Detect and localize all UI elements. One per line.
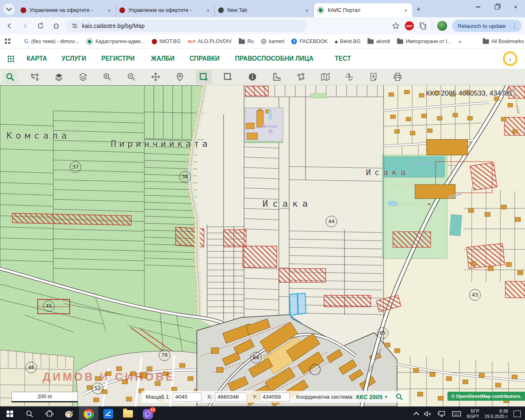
osm-attribution[interactable]: © OpenStreetMap contributors. [447, 392, 525, 401]
clock[interactable]: 8:36 29.9.2025 г. [484, 409, 508, 419]
back-button[interactable] [3, 20, 16, 32]
profile-avatar[interactable] [437, 21, 447, 31]
relaunch-update-button[interactable]: Relaunch to update ⋮ [452, 20, 522, 32]
tab-close-icon[interactable]: × [205, 7, 211, 14]
network-icon[interactable] [437, 410, 446, 418]
file-explorer-button[interactable] [118, 406, 138, 420]
task-view-button[interactable] [39, 406, 59, 420]
facebook-icon: f [291, 39, 297, 44]
url-text[interactable]: kais.cadastre.bg/bg/Map [82, 23, 145, 29]
download-indicator[interactable]: ↓ [503, 51, 518, 66]
select-rect-remove-tool-button[interactable] [220, 70, 236, 84]
menu-karta[interactable]: КАРТА [27, 55, 47, 62]
tray-expand-icon[interactable] [413, 411, 419, 417]
map-viewport[interactable]: ККС 2005 4660533, 434781 Комсала Пиринчи… [0, 85, 525, 406]
coordinates-tool-button[interactable] [341, 70, 357, 84]
search-tool-button[interactable] [2, 70, 18, 84]
scan-app-button[interactable] [98, 406, 118, 420]
coords-search-icon[interactable] [395, 393, 404, 401]
volume-muted-icon[interactable] [424, 410, 432, 418]
pan-tool-button[interactable] [148, 70, 163, 84]
bookmark-item[interactable]: Кадастрално-адми... [86, 38, 145, 45]
home-button[interactable] [50, 20, 62, 32]
all-bookmarks-button[interactable]: All Bookmarks [483, 39, 524, 44]
base-layers-tool-button[interactable] [51, 70, 66, 84]
tab-close-icon[interactable]: × [304, 7, 310, 14]
layers-tool-button[interactable] [75, 70, 91, 84]
scale-input[interactable] [173, 393, 201, 402]
zoom-in-tool-button[interactable] [99, 70, 115, 84]
minimize-button[interactable] [468, 0, 487, 14]
menu-spravki[interactable]: СПРАВКИ [189, 55, 219, 63]
bookmark-label: (без тема) - dimovi... [31, 39, 79, 44]
folder-icon [397, 39, 403, 44]
forward-button[interactable] [19, 20, 31, 32]
zoom-out-tool-button[interactable] [123, 70, 139, 84]
tab-close-icon[interactable]: × [402, 7, 409, 14]
tab-favicon [21, 7, 26, 13]
measure-length-tool-button[interactable] [269, 70, 284, 84]
tab-favicon [119, 7, 125, 13]
close-button[interactable]: × [506, 0, 525, 14]
paint-app-button[interactable] [59, 406, 79, 420]
new-tab-button[interactable]: + [412, 5, 427, 17]
menu-test[interactable]: ТЕСТ [335, 55, 351, 63]
folder-icon [483, 39, 489, 44]
lang-top: БГР [467, 409, 479, 414]
tab-title: Управление на офертите - [30, 7, 106, 13]
omnibox[interactable]: kais.cadastre.bg/bg/Map [66, 20, 307, 32]
select-rect-add-tool-button[interactable] [196, 70, 212, 84]
browser-toolbar: kais.cadastre.bg/bg/Map ABP Relaunch to … [0, 17, 525, 34]
tab-offers-2[interactable]: Управление на офертите - × [116, 3, 215, 17]
bookmark-item[interactable]: fFACEBOOK [291, 39, 328, 44]
tab-close-icon[interactable]: × [106, 7, 112, 14]
menu-pravosposobni[interactable]: ПРАВОСПОСОБНИ ЛИЦА [235, 55, 313, 63]
bookmark-item[interactable]: akordi [368, 39, 390, 44]
bookmark-star-icon[interactable] [392, 22, 400, 30]
kais-icon [86, 38, 93, 45]
language-indicator[interactable]: БГР BGPT [467, 409, 479, 419]
print-tool-button[interactable] [390, 70, 405, 84]
crs-dropdown-icon[interactable]: ▾ [385, 394, 388, 399]
browser-menu-icon[interactable]: ⋮ [510, 22, 519, 30]
export-page-icon [369, 72, 378, 82]
bookmark-item[interactable]: G(без тема) - dimovi... [24, 38, 79, 45]
apps-grid-icon[interactable] [5, 39, 10, 44]
taskbar-search-button[interactable] [20, 406, 39, 420]
menu-uslugi[interactable]: УСЛУГИ [62, 55, 86, 63]
maximize-button[interactable] [487, 0, 506, 14]
reload-button[interactable] [34, 20, 47, 32]
bookmark-item[interactable]: ALOALO.PLOVDIV [187, 39, 232, 44]
tab-offers-1[interactable]: Управление на офертите - × [17, 3, 116, 17]
adblock-extension-icon[interactable]: ABP [405, 21, 414, 30]
locate-tool-button[interactable] [172, 70, 187, 84]
measure-area-tool-button[interactable] [293, 70, 308, 84]
bookmark-item[interactable]: ♠Belot.BG [335, 39, 361, 45]
bookmark-item[interactable]: kameri [261, 39, 285, 44]
crs-value[interactable]: ККС 2005 [356, 394, 382, 400]
map-canvas[interactable] [0, 85, 525, 406]
y-input[interactable] [260, 393, 290, 402]
tab-search-button[interactable] [3, 3, 15, 15]
keyboard-icon[interactable] [452, 410, 461, 418]
action-center-icon[interactable] [514, 411, 521, 417]
start-button[interactable] [0, 406, 20, 420]
extensions-puzzle-icon[interactable] [419, 22, 427, 30]
bookmark-item[interactable]: IMOT.BG [152, 39, 180, 44]
export-tool-button[interactable] [365, 70, 381, 84]
info-tool-button[interactable] [244, 70, 260, 84]
map-sheets-tool-button[interactable] [317, 70, 333, 84]
site-info-icon[interactable] [71, 23, 78, 29]
route-measure-tool-button[interactable] [27, 70, 42, 84]
apps-dots-icon[interactable] [7, 55, 14, 62]
tab-kais-portal[interactable]: КАИС Портал × [314, 3, 412, 17]
chrome-app-button[interactable] [79, 406, 98, 420]
bookmark-item[interactable]: Ru [239, 39, 254, 44]
menu-zhalbi[interactable]: ЖАЛБИ [151, 55, 175, 63]
bookmarks-overflow-button[interactable]: » [459, 38, 462, 45]
menu-registri[interactable]: РЕГИСТРИ [101, 55, 135, 63]
bookmark-item[interactable]: Импортирани от I... [397, 39, 452, 44]
viber-app-button[interactable]: 13 [138, 406, 158, 420]
x-input[interactable] [215, 393, 247, 402]
tab-newtab[interactable]: New Tab × [215, 3, 314, 17]
